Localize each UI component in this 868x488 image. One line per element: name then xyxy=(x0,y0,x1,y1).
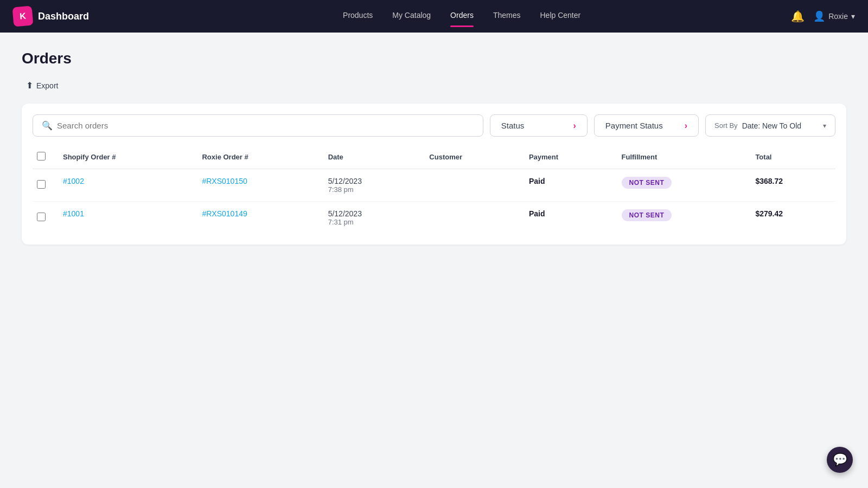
col-payment: Payment xyxy=(520,145,613,169)
user-name: Roxie xyxy=(828,12,848,21)
payment-status-text: Paid xyxy=(529,209,545,218)
order-time: 7:31 pm xyxy=(328,218,412,226)
notification-bell-icon[interactable]: 🔔 xyxy=(791,10,805,23)
col-total: Total xyxy=(746,145,835,169)
shopify-order-link-0[interactable]: #1002 xyxy=(63,177,84,185)
nav-help-center[interactable]: Help Center xyxy=(540,11,580,22)
payment-cell: Paid xyxy=(520,169,613,202)
order-date: 5/12/2023 xyxy=(328,177,412,185)
sort-by-label: Sort By xyxy=(714,121,738,130)
payment-status-filter-button[interactable]: Payment Status › xyxy=(594,114,699,137)
col-shopify-order: Shopify Order # xyxy=(54,145,193,169)
order-total: $279.42 xyxy=(755,209,783,218)
export-icon: ⬆ xyxy=(26,80,33,91)
customer-cell xyxy=(420,169,520,202)
user-menu-chevron-icon: ▾ xyxy=(851,12,855,21)
total-cell: $279.42 xyxy=(746,202,835,234)
select-all-checkbox[interactable] xyxy=(37,152,46,160)
sort-chevron-icon: ▾ xyxy=(823,122,826,130)
fulfillment-badge: NOT SENT xyxy=(622,209,672,221)
row-checkbox-1[interactable] xyxy=(37,213,46,221)
col-date: Date xyxy=(320,145,421,169)
status-filter-label: Status xyxy=(501,121,525,130)
row-checkbox-0[interactable] xyxy=(37,180,46,189)
orders-table-container: 🔍 Status › Payment Status › Sort By Date… xyxy=(22,104,846,245)
table-row: #1001 #RXS010149 5/12/2023 7:31 pm Paid … xyxy=(33,202,835,234)
select-all-header xyxy=(33,145,54,169)
date-cell: 5/12/2023 7:31 pm xyxy=(320,202,421,234)
col-roxie-order: Roxie Order # xyxy=(193,145,319,169)
nav-links: Products My Catalog Orders Themes Help C… xyxy=(132,11,791,22)
roxie-order-link-1[interactable]: #RXS010149 xyxy=(202,209,247,218)
navbar: K Dashboard Products My Catalog Orders T… xyxy=(0,0,868,33)
roxie-order-link-0[interactable]: #RXS010150 xyxy=(202,177,247,185)
nav-orders[interactable]: Orders xyxy=(450,11,474,22)
search-icon: 🔍 xyxy=(42,120,53,131)
col-customer: Customer xyxy=(420,145,520,169)
total-cell: $368.72 xyxy=(746,169,835,202)
table-row: #1002 #RXS010150 5/12/2023 7:38 pm Paid … xyxy=(33,169,835,202)
row-checkbox-cell xyxy=(33,169,54,202)
roxie-order-cell: #RXS010149 xyxy=(193,202,319,234)
roxie-order-cell: #RXS010150 xyxy=(193,169,319,202)
fulfillment-cell: NOT SENT xyxy=(613,169,747,202)
customer-cell xyxy=(420,202,520,234)
order-date: 5/12/2023 xyxy=(328,209,412,218)
search-input[interactable] xyxy=(57,121,474,130)
nav-right: 🔔 👤 Roxie ▾ xyxy=(791,10,855,23)
brand-name: Dashboard xyxy=(38,11,89,22)
status-filter-arrow-icon: › xyxy=(573,121,576,131)
main-content: Orders ⬆ Export 🔍 Status › Payment Statu… xyxy=(0,33,868,262)
shopify-order-cell: #1001 xyxy=(54,202,193,234)
orders-table: Shopify Order # Roxie Order # Date Custo… xyxy=(33,145,835,234)
export-button[interactable]: ⬆ Export xyxy=(22,78,62,93)
date-cell: 5/12/2023 7:38 pm xyxy=(320,169,421,202)
chat-button[interactable]: 💬 xyxy=(827,447,853,473)
nav-themes[interactable]: Themes xyxy=(493,11,521,22)
payment-cell: Paid xyxy=(520,202,613,234)
user-menu[interactable]: 👤 Roxie ▾ xyxy=(813,10,855,22)
nav-products[interactable]: Products xyxy=(343,11,373,22)
order-total: $368.72 xyxy=(755,177,783,185)
payment-status-filter-label: Payment Status xyxy=(605,121,663,130)
sort-select-wrapper[interactable]: Sort By Date: New To Old ▾ xyxy=(705,114,835,137)
order-time: 7:38 pm xyxy=(328,185,412,194)
toolbar: ⬆ Export xyxy=(22,78,846,93)
status-filter-button[interactable]: Status › xyxy=(490,114,588,137)
table-header-row: Shopify Order # Roxie Order # Date Custo… xyxy=(33,145,835,169)
filters-row: 🔍 Status › Payment Status › Sort By Date… xyxy=(33,114,835,137)
col-fulfillment: Fulfillment xyxy=(613,145,747,169)
fulfillment-badge: NOT SENT xyxy=(622,177,672,189)
payment-status-text: Paid xyxy=(529,177,545,185)
row-checkbox-cell xyxy=(33,202,54,234)
page-title: Orders xyxy=(22,50,846,67)
search-box: 🔍 xyxy=(33,114,483,137)
fulfillment-cell: NOT SENT xyxy=(613,202,747,234)
sort-value: Date: New To Old xyxy=(742,121,819,130)
payment-status-filter-arrow-icon: › xyxy=(685,121,687,131)
nav-my-catalog[interactable]: My Catalog xyxy=(392,11,431,22)
brand[interactable]: K Dashboard xyxy=(13,7,89,26)
user-avatar-icon: 👤 xyxy=(813,10,825,22)
shopify-order-cell: #1002 xyxy=(54,169,193,202)
chat-icon: 💬 xyxy=(833,453,847,467)
shopify-order-link-1[interactable]: #1001 xyxy=(63,209,84,218)
brand-logo: K xyxy=(12,5,33,27)
